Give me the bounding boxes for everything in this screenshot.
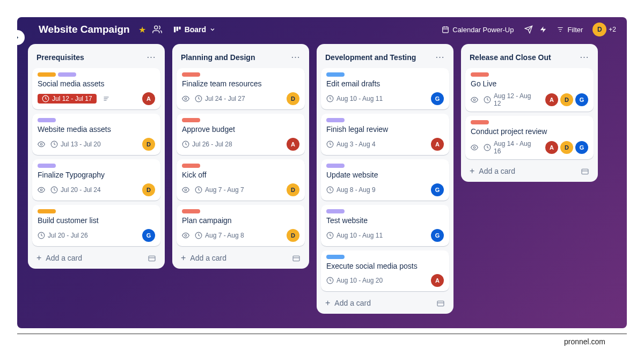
board-canvas[interactable]: Prerequisites⋯Social media assetsJul 12 …: [17, 41, 627, 328]
card-members: A: [431, 274, 444, 287]
card[interactable]: Approve budgetJul 26 - Jul 28A: [177, 114, 305, 155]
card[interactable]: Execute social media postsAug 10 - Aug 2…: [321, 250, 449, 292]
card[interactable]: Update websiteAug 8 - Aug 9G: [321, 159, 449, 201]
clock-icon: [50, 186, 58, 194]
list-title[interactable]: Planning and Design: [181, 53, 255, 62]
card[interactable]: Finalize TypographyJul 20 - Jul 24D: [32, 159, 160, 201]
card[interactable]: Finish legal reviewAug 3 - Aug 4A: [321, 114, 449, 155]
clock-icon: [484, 96, 491, 104]
avatar[interactable]: D: [592, 23, 606, 36]
avatar[interactable]: G: [431, 229, 444, 242]
more-members-count[interactable]: +2: [609, 26, 616, 33]
members-icon[interactable]: [152, 25, 162, 34]
header-members[interactable]: D +2: [592, 23, 616, 36]
label-red[interactable]: [182, 118, 200, 122]
card-labels: [38, 164, 155, 168]
label-orange[interactable]: [38, 72, 56, 77]
card[interactable]: Test websiteAug 10 - Aug 11G: [321, 205, 449, 246]
label-purple[interactable]: [326, 164, 345, 168]
date-badge: Aug 10 - Aug 11: [326, 95, 383, 102]
label-purple[interactable]: [38, 164, 56, 168]
label-red[interactable]: [471, 72, 489, 77]
avatar[interactable]: A: [431, 274, 444, 287]
card[interactable]: Go LiveAug 12 - Aug 12ADG: [465, 68, 594, 112]
template-icon[interactable]: [436, 299, 445, 307]
card-title: Finalize Typography: [38, 170, 155, 180]
board-view-switcher[interactable]: Board: [169, 23, 220, 36]
list-menu-button[interactable]: ⋯: [147, 51, 156, 63]
avatar[interactable]: A: [142, 92, 155, 105]
add-card-button[interactable]: +Add a card: [321, 295, 449, 308]
avatar[interactable]: D: [142, 138, 155, 151]
label-blue[interactable]: [326, 255, 345, 259]
calendar-powerup-button[interactable]: Calendar Power-Up: [437, 24, 518, 36]
card-title: Website media assets: [38, 124, 155, 135]
clock-icon: [326, 141, 334, 148]
label-orange[interactable]: [38, 209, 56, 213]
svg-rect-4: [443, 27, 449, 33]
card[interactable]: Build customer listJul 20 - Jul 26G: [32, 205, 160, 246]
avatar[interactable]: G: [142, 229, 155, 242]
label-purple[interactable]: [58, 72, 76, 77]
clock-icon: [50, 141, 58, 148]
template-icon[interactable]: [148, 254, 156, 262]
card[interactable]: Finalize team resourcesJul 24 - Jul 27D: [177, 68, 305, 109]
card[interactable]: Social media assetsJul 12 - Jul 17A: [32, 68, 160, 109]
avatar[interactable]: G: [431, 92, 444, 105]
label-blue[interactable]: [326, 72, 345, 77]
avatar[interactable]: G: [575, 141, 588, 154]
avatar[interactable]: A: [287, 138, 299, 151]
automation-icon[interactable]: [539, 26, 547, 33]
add-card-label: Add a card: [190, 254, 226, 262]
card[interactable]: Edit email draftsAug 10 - Aug 11G: [321, 68, 449, 109]
avatar[interactable]: A: [545, 141, 558, 154]
card-labels: [326, 164, 444, 168]
avatar[interactable]: A: [431, 138, 444, 151]
add-card-button[interactable]: +Add a card: [32, 250, 160, 263]
avatar[interactable]: D: [287, 92, 299, 105]
date-badge: Jul 24 - Jul 27: [195, 95, 245, 102]
avatar[interactable]: D: [287, 183, 299, 196]
label-red[interactable]: [182, 209, 200, 213]
list-menu-button[interactable]: ⋯: [291, 51, 301, 63]
add-card-button[interactable]: +Add a card: [177, 250, 305, 263]
avatar[interactable]: D: [287, 229, 299, 242]
list-menu-button[interactable]: ⋯: [435, 51, 445, 63]
board-title[interactable]: Website Campaign: [39, 24, 130, 35]
svg-rect-45: [582, 169, 588, 174]
list-menu-button[interactable]: ⋯: [580, 51, 589, 63]
list-title[interactable]: Release and Close Out: [470, 53, 551, 62]
add-card-label: Add a card: [46, 254, 82, 262]
card[interactable]: Plan campaignAug 7 - Aug 8D: [177, 205, 305, 246]
avatar[interactable]: A: [545, 93, 558, 106]
card-members: A: [142, 92, 155, 105]
avatar[interactable]: D: [560, 141, 573, 154]
template-icon[interactable]: [292, 254, 301, 262]
label-red[interactable]: [182, 72, 200, 77]
label-purple[interactable]: [326, 118, 345, 122]
card-members: G: [431, 229, 444, 242]
add-card-button[interactable]: +Add a card: [465, 164, 594, 176]
card[interactable]: Website media assetsJul 13 - Jul 20D: [32, 114, 160, 155]
star-icon[interactable]: ★: [138, 25, 146, 35]
card-members: D: [287, 92, 299, 105]
card[interactable]: Conduct project reviewAug 14 - Aug 16ADG: [465, 116, 594, 159]
template-icon[interactable]: [581, 167, 589, 175]
date-badge: Aug 7 - Aug 7: [195, 186, 244, 194]
label-red[interactable]: [471, 120, 489, 124]
avatar[interactable]: G: [431, 183, 444, 196]
date-badge: Aug 12 - Aug 12: [484, 92, 540, 107]
send-icon[interactable]: [524, 25, 533, 34]
card-title: Kick off: [182, 170, 299, 180]
list-title[interactable]: Prerequisites: [36, 53, 84, 62]
label-red[interactable]: [182, 164, 200, 168]
filter-button[interactable]: Filter: [553, 24, 586, 36]
avatar[interactable]: D: [560, 93, 573, 106]
watch-icon: [182, 95, 189, 102]
label-purple[interactable]: [326, 209, 345, 213]
card[interactable]: Kick offAug 7 - Aug 7D: [177, 159, 305, 201]
avatar[interactable]: D: [142, 183, 155, 196]
avatar[interactable]: G: [575, 93, 588, 106]
list-title[interactable]: Development and Testing: [325, 53, 416, 62]
label-purple[interactable]: [38, 118, 56, 122]
